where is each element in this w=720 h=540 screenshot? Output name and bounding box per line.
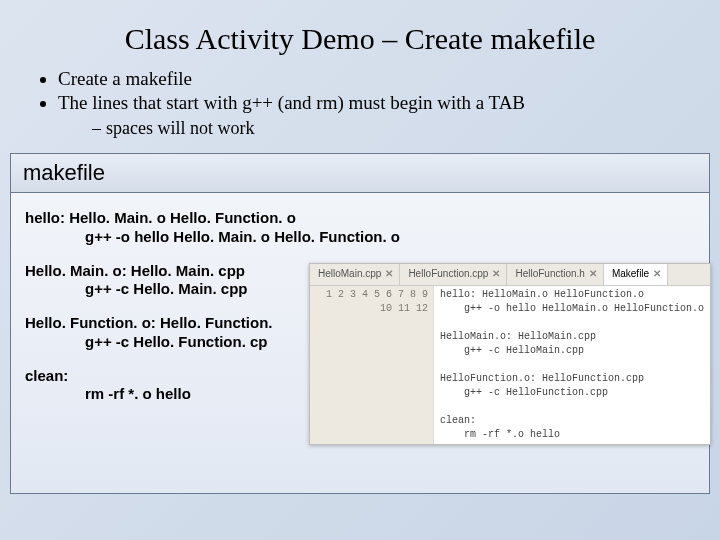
subbullet-spaces-text: spaces will not work [106,118,254,138]
editor-code: hello: HelloMain.o HelloFunction.o g++ -… [434,286,710,444]
tab-hellomain-cpp[interactable]: HelloMain.cpp✕ [310,264,400,285]
tab-makefile[interactable]: Makefile✕ [604,264,668,285]
editor-body: 1 2 3 4 5 6 7 8 9 10 11 12 hello: HelloM… [310,286,710,444]
editor-tabs: HelloMain.cpp✕ HelloFunction.cpp✕ HelloF… [310,264,710,286]
mk-line-2: g++ -o hello Hello. Main. o Hello. Funct… [25,228,695,247]
slide-title: Class Activity Demo – Create makefile [0,0,720,66]
makefile-panel-header: makefile [11,154,709,193]
editor-gutter: 1 2 3 4 5 6 7 8 9 10 11 12 [310,286,434,444]
tab-hellofunction-h[interactable]: HelloFunction.h✕ [507,264,603,285]
tab-label: HelloFunction.cpp [408,268,488,281]
close-icon[interactable]: ✕ [589,268,597,281]
editor-screenshot: HelloMain.cpp✕ HelloFunction.cpp✕ HelloF… [309,263,711,445]
makefile-panel: makefile hello: Hello. Main. o Hello. Fu… [10,153,710,494]
tab-hellofunction-cpp[interactable]: HelloFunction.cpp✕ [400,264,507,285]
bullet-list: Create a makefile The lines that start w… [0,68,720,139]
tab-label: HelloFunction.h [515,268,584,281]
makefile-panel-body: hello: Hello. Main. o Hello. Function. o… [11,193,709,493]
subbullet-spaces: –spaces will not work [92,118,682,139]
mk-line-1: hello: Hello. Main. o Hello. Function. o [25,209,695,228]
bullet-tab-required: The lines that start with g++ (and rm) m… [58,92,682,114]
tab-label: HelloMain.cpp [318,268,381,281]
close-icon[interactable]: ✕ [385,268,393,281]
bullet-create-makefile: Create a makefile [58,68,682,90]
tab-label: Makefile [612,268,649,281]
close-icon[interactable]: ✕ [653,268,661,281]
close-icon[interactable]: ✕ [492,268,500,281]
